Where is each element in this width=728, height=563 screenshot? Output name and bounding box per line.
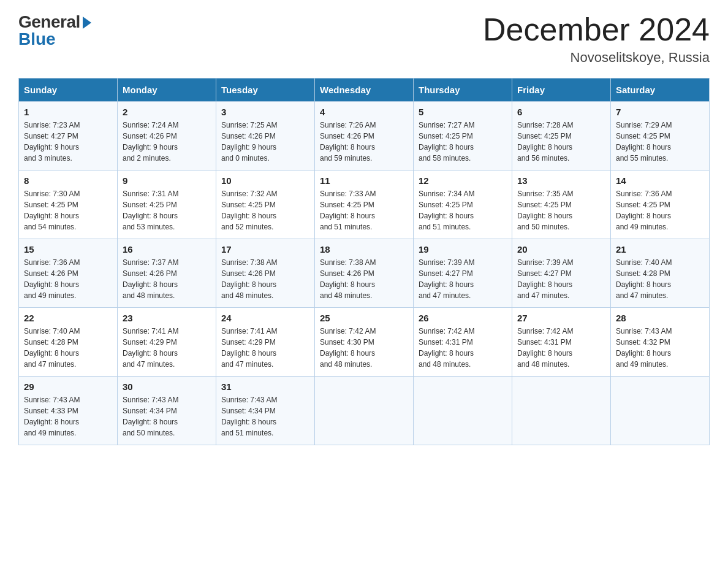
day-number: 6	[517, 107, 605, 117]
day-number: 14	[616, 175, 704, 186]
day-number: 10	[221, 175, 309, 186]
calendar-cell	[414, 377, 512, 445]
day-number: 12	[419, 175, 507, 186]
calendar-cell: 11 Sunrise: 7:33 AMSunset: 4:25 PMDaylig…	[315, 170, 414, 239]
day-info: Sunrise: 7:36 AMSunset: 4:26 PMDaylight:…	[24, 258, 80, 300]
day-info: Sunrise: 7:23 AMSunset: 4:27 PMDaylight:…	[24, 121, 80, 163]
calendar-cell: 6 Sunrise: 7:28 AMSunset: 4:25 PMDayligh…	[512, 102, 611, 170]
calendar-cell: 23 Sunrise: 7:41 AMSunset: 4:29 PMDaylig…	[118, 308, 216, 377]
day-info: Sunrise: 7:40 AMSunset: 4:28 PMDaylight:…	[24, 327, 80, 369]
day-info: Sunrise: 7:43 AMSunset: 4:32 PMDaylight:…	[616, 327, 672, 369]
day-info: Sunrise: 7:39 AMSunset: 4:27 PMDaylight:…	[517, 258, 573, 300]
calendar-cell: 20 Sunrise: 7:39 AMSunset: 4:27 PMDaylig…	[512, 239, 611, 308]
day-number: 2	[123, 107, 211, 117]
calendar-cell: 26 Sunrise: 7:42 AMSunset: 4:31 PMDaylig…	[414, 308, 512, 377]
column-header-saturday: Saturday	[611, 79, 710, 102]
calendar-cell: 29 Sunrise: 7:43 AMSunset: 4:33 PMDaylig…	[19, 377, 118, 445]
calendar-week-row: 15 Sunrise: 7:36 AMSunset: 4:26 PMDaylig…	[19, 239, 710, 308]
calendar-week-row: 29 Sunrise: 7:43 AMSunset: 4:33 PMDaylig…	[19, 377, 710, 445]
day-info: Sunrise: 7:42 AMSunset: 4:31 PMDaylight:…	[517, 327, 573, 369]
calendar-cell: 4 Sunrise: 7:26 AMSunset: 4:26 PMDayligh…	[315, 102, 414, 170]
day-info: Sunrise: 7:33 AMSunset: 4:25 PMDaylight:…	[320, 190, 376, 231]
calendar-cell: 17 Sunrise: 7:38 AMSunset: 4:26 PMDaylig…	[216, 239, 315, 308]
day-number: 11	[320, 175, 408, 186]
day-info: Sunrise: 7:37 AMSunset: 4:26 PMDaylight:…	[123, 258, 178, 300]
calendar-cell: 28 Sunrise: 7:43 AMSunset: 4:32 PMDaylig…	[611, 308, 710, 377]
day-info: Sunrise: 7:26 AMSunset: 4:26 PMDaylight:…	[320, 121, 376, 163]
day-number: 16	[123, 244, 211, 255]
day-number: 4	[320, 107, 408, 117]
calendar-cell: 18 Sunrise: 7:38 AMSunset: 4:26 PMDaylig…	[315, 239, 414, 308]
day-info: Sunrise: 7:25 AMSunset: 4:26 PMDaylight:…	[221, 121, 277, 163]
day-number: 9	[123, 175, 211, 186]
day-info: Sunrise: 7:43 AMSunset: 4:33 PMDaylight:…	[24, 396, 80, 437]
calendar-cell: 24 Sunrise: 7:41 AMSunset: 4:29 PMDaylig…	[216, 308, 315, 377]
day-info: Sunrise: 7:34 AMSunset: 4:25 PMDaylight:…	[419, 190, 474, 231]
day-number: 3	[221, 107, 309, 117]
day-number: 17	[221, 244, 309, 255]
calendar-week-row: 8 Sunrise: 7:30 AMSunset: 4:25 PMDayligh…	[19, 170, 710, 239]
calendar-cell: 10 Sunrise: 7:32 AMSunset: 4:25 PMDaylig…	[216, 170, 315, 239]
day-number: 19	[419, 244, 507, 255]
calendar-cell: 19 Sunrise: 7:39 AMSunset: 4:27 PMDaylig…	[414, 239, 512, 308]
day-info: Sunrise: 7:43 AMSunset: 4:34 PMDaylight:…	[123, 396, 178, 437]
calendar-cell: 13 Sunrise: 7:35 AMSunset: 4:25 PMDaylig…	[512, 170, 611, 239]
day-info: Sunrise: 7:42 AMSunset: 4:31 PMDaylight:…	[419, 327, 474, 369]
calendar-cell: 1 Sunrise: 7:23 AMSunset: 4:27 PMDayligh…	[19, 102, 118, 170]
day-number: 26	[419, 313, 507, 323]
day-info: Sunrise: 7:28 AMSunset: 4:25 PMDaylight:…	[517, 121, 573, 163]
day-info: Sunrise: 7:36 AMSunset: 4:25 PMDaylight:…	[616, 190, 672, 231]
column-header-thursday: Thursday	[414, 79, 512, 102]
logo-arrow-icon	[83, 17, 91, 29]
day-info: Sunrise: 7:38 AMSunset: 4:26 PMDaylight:…	[221, 258, 277, 300]
day-number: 18	[320, 244, 408, 255]
day-number: 20	[517, 244, 605, 255]
day-number: 24	[221, 313, 309, 323]
calendar-cell: 27 Sunrise: 7:42 AMSunset: 4:31 PMDaylig…	[512, 308, 611, 377]
day-number: 22	[24, 313, 112, 323]
logo-blue-text: Blue	[18, 29, 56, 49]
day-number: 30	[123, 381, 211, 392]
column-header-monday: Monday	[118, 79, 216, 102]
day-number: 29	[24, 381, 112, 392]
calendar-cell: 16 Sunrise: 7:37 AMSunset: 4:26 PMDaylig…	[118, 239, 216, 308]
day-number: 8	[24, 175, 112, 186]
day-info: Sunrise: 7:40 AMSunset: 4:28 PMDaylight:…	[616, 258, 672, 300]
day-number: 23	[123, 313, 211, 323]
calendar-cell: 8 Sunrise: 7:30 AMSunset: 4:25 PMDayligh…	[19, 170, 118, 239]
title-block: December 2024 Novoselitskoye, Russia	[483, 12, 710, 66]
logo: General Blue	[18, 12, 91, 49]
day-number: 31	[221, 381, 309, 392]
calendar-cell: 15 Sunrise: 7:36 AMSunset: 4:26 PMDaylig…	[19, 239, 118, 308]
day-info: Sunrise: 7:41 AMSunset: 4:29 PMDaylight:…	[221, 327, 277, 369]
calendar-cell: 2 Sunrise: 7:24 AMSunset: 4:26 PMDayligh…	[118, 102, 216, 170]
day-info: Sunrise: 7:43 AMSunset: 4:34 PMDaylight:…	[221, 396, 277, 437]
day-info: Sunrise: 7:29 AMSunset: 4:25 PMDaylight:…	[616, 121, 672, 163]
day-number: 28	[616, 313, 704, 323]
day-info: Sunrise: 7:31 AMSunset: 4:25 PMDaylight:…	[123, 190, 178, 231]
calendar-week-row: 1 Sunrise: 7:23 AMSunset: 4:27 PMDayligh…	[19, 102, 710, 170]
calendar-cell	[512, 377, 611, 445]
page-header: General Blue December 2024 Novoselitskoy…	[18, 12, 710, 66]
month-title: December 2024	[483, 12, 710, 47]
calendar-cell: 14 Sunrise: 7:36 AMSunset: 4:25 PMDaylig…	[611, 170, 710, 239]
day-info: Sunrise: 7:35 AMSunset: 4:25 PMDaylight:…	[517, 190, 573, 231]
calendar-cell: 7 Sunrise: 7:29 AMSunset: 4:25 PMDayligh…	[611, 102, 710, 170]
column-header-wednesday: Wednesday	[315, 79, 414, 102]
calendar-cell: 21 Sunrise: 7:40 AMSunset: 4:28 PMDaylig…	[611, 239, 710, 308]
day-info: Sunrise: 7:42 AMSunset: 4:30 PMDaylight:…	[320, 327, 376, 369]
day-number: 25	[320, 313, 408, 323]
day-info: Sunrise: 7:24 AMSunset: 4:26 PMDaylight:…	[123, 121, 178, 163]
column-header-tuesday: Tuesday	[216, 79, 315, 102]
day-number: 15	[24, 244, 112, 255]
calendar-cell: 12 Sunrise: 7:34 AMSunset: 4:25 PMDaylig…	[414, 170, 512, 239]
calendar-cell: 25 Sunrise: 7:42 AMSunset: 4:30 PMDaylig…	[315, 308, 414, 377]
location-subtitle: Novoselitskoye, Russia	[483, 50, 710, 66]
calendar-week-row: 22 Sunrise: 7:40 AMSunset: 4:28 PMDaylig…	[19, 308, 710, 377]
day-number: 5	[419, 107, 507, 117]
day-info: Sunrise: 7:41 AMSunset: 4:29 PMDaylight:…	[123, 327, 178, 369]
day-info: Sunrise: 7:27 AMSunset: 4:25 PMDaylight:…	[419, 121, 474, 163]
calendar-cell: 9 Sunrise: 7:31 AMSunset: 4:25 PMDayligh…	[118, 170, 216, 239]
calendar-cell: 3 Sunrise: 7:25 AMSunset: 4:26 PMDayligh…	[216, 102, 315, 170]
calendar-cell: 5 Sunrise: 7:27 AMSunset: 4:25 PMDayligh…	[414, 102, 512, 170]
